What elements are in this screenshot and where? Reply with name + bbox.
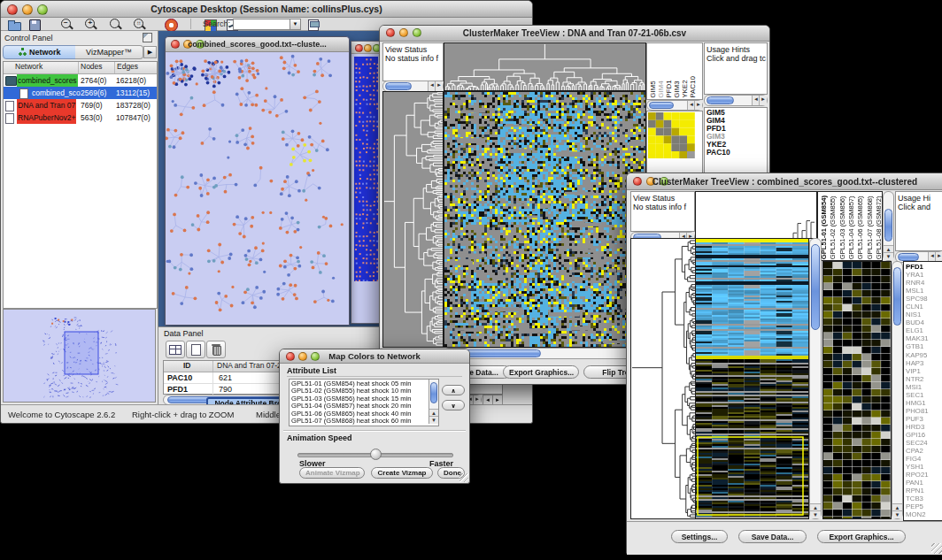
scrollbar-thumb[interactable] [811,244,820,330]
gene-label[interactable]: ELG1 [906,326,942,334]
search-options-icon[interactable] [306,19,321,31]
network-window-title-bar[interactable]: combined_scores_good.txt--cluste... [166,37,349,52]
scrollbar-thumb[interactable] [649,102,674,109]
gene-label[interactable]: MAK31 [906,334,942,342]
row-dendrogram[interactable] [630,238,695,519]
gene-label[interactable]: HRD3 [906,423,942,431]
gene-label[interactable]: BUD4 [906,318,942,326]
export-graphics-button[interactable]: Export Graphics... [503,365,579,379]
network-view-canvas[interactable] [166,52,347,324]
settings-button[interactable]: Settings... [671,530,728,543]
gene-label[interactable]: HAP3 [906,359,942,367]
scroll-arrow-icon[interactable]: ▼ [892,510,902,518]
animate-vizmap-button[interactable]: Animate Vizmap [299,467,365,479]
gene-label[interactable]: VIP1 [906,367,942,375]
scroll-arrow-icon[interactable]: ► [473,395,481,404]
scrollbar-thumb[interactable] [706,96,734,104]
gene-label[interactable]: PAN1 [906,479,942,487]
new-document-icon[interactable] [186,341,205,358]
network-table-row[interactable]: DNA and Tran 07769(0)183728(0) [4,99,157,111]
scroll-arrow-icon[interactable]: ► [435,81,443,91]
open-folder-icon[interactable] [7,19,22,31]
save-icon[interactable] [27,19,42,31]
zoom-heatmap[interactable] [822,261,892,519]
scrollbar-thumb[interactable] [385,82,412,90]
gene-label[interactable]: GIM4 [706,117,768,125]
column-label[interactable]: GPL51-06 (GSM865) [856,195,864,259]
gene-label[interactable]: GPI16 [906,431,942,439]
gene-label[interactable]: HMG1 [906,399,942,407]
column-label[interactable]: PFD1 [665,45,673,98]
gene-label[interactable]: GIM3 [706,133,768,141]
gene-label[interactable]: CLN1 [906,303,942,311]
attribute-list-item[interactable]: GPL51-07 (GSM868) heat shock 60 min [291,418,424,425]
gene-label[interactable]: MSI1 [906,383,942,391]
gene-label[interactable]: NTR2 [906,375,942,383]
gene-label[interactable]: MSL1 [906,287,942,295]
help-lifesaver-icon[interactable] [164,19,179,31]
gene-label[interactable]: TCB3 [906,495,942,502]
resize-grip[interactable] [931,543,942,554]
gene-label[interactable]: FIG4 [906,455,942,463]
column-label[interactable]: GPL51-08 (GSM872) [875,195,883,259]
column-label[interactable]: GPL51-03 (GSM856) [838,195,846,259]
zoom-out-icon[interactable]: − [60,19,75,31]
dialog-title-bar[interactable]: Map Colors to Network [280,349,469,364]
column-label[interactable]: GPL51-07 (GSM868) [866,195,874,259]
scroll-arrow-icon[interactable]: ▼ [810,510,821,518]
gene-label[interactable]: PHO81 [906,407,942,415]
network-overview-panel[interactable] [3,309,156,403]
usage-hints-hscrollbar[interactable]: ◄► [704,95,768,106]
gene-label[interactable]: SEC24 [906,439,942,447]
gene-label[interactable]: PFD1 [706,125,768,133]
move-up-button[interactable]: ∧ [442,385,465,395]
gene-label[interactable]: MON2 [906,510,942,518]
column-labels-vscrollbar[interactable]: ▲▼ [883,191,894,261]
move-down-button[interactable]: ∨ [442,400,465,410]
float-panel-icon[interactable] [143,33,152,42]
zoom-in-icon[interactable]: + [84,19,99,31]
dense-network-view[interactable] [354,57,378,288]
slider-thumb[interactable] [370,449,382,460]
zoom-vscrollbar[interactable]: ▲▼ [892,261,903,519]
global-heatmap[interactable] [444,91,646,348]
search-input[interactable] [233,19,293,30]
gene-label[interactable]: PEP5 [906,502,942,510]
zoom-fit-icon[interactable] [109,19,124,31]
animation-speed-slider[interactable] [297,449,452,459]
gene-label[interactable]: PAC10 [706,149,768,157]
gene-label[interactable]: PUF3 [906,415,942,423]
column-label[interactable]: GIM5 [649,45,657,98]
export-graphics-button[interactable]: Export Graphics... [817,530,906,543]
gene-label[interactable]: YKE2 [706,141,768,149]
create-vizmap-button[interactable]: Create Vizmap [371,467,433,479]
treeview-dna-title-bar[interactable]: ClusterMaker TreeView : DNA and Tran 07-… [380,26,769,42]
scrollbar-thumb[interactable] [893,267,901,326]
treeview-combined-title-bar[interactable]: ClusterMaker TreeView : combined_scores_… [627,173,942,190]
network-table-row[interactable]: combined_scores2764(0)16218(0) [4,74,157,87]
gene-label[interactable]: RPO21 [906,471,942,479]
column-dendrogram[interactable] [444,42,646,91]
gene-label[interactable]: YSH1 [906,463,942,471]
table-view-icon[interactable] [166,341,185,358]
scrollbar-thumb[interactable] [430,382,437,404]
column-label[interactable]: GPL51-02 (GSM855) [829,195,837,259]
main-title-bar[interactable]: Cytoscape Desktop (Session Name: collins… [1,1,532,18]
scrollbar-thumb[interactable] [898,253,919,261]
scrollbar-thumb[interactable] [884,209,892,242]
scroll-arrow-icon[interactable]: ► [759,96,767,105]
gene-label[interactable]: NIS1 [906,311,942,318]
zoom-heatmap[interactable] [648,112,695,158]
gene-label[interactable]: GTB1 [906,342,942,350]
network-overview-thumbnail[interactable] [4,311,154,401]
scroll-arrow-icon[interactable]: ▼ [429,416,438,424]
gene-label[interactable]: RNR4 [906,279,942,287]
gene-label[interactable]: PFD1 [906,263,942,271]
tab-vizmapper[interactable]: VizMapper™ [75,45,143,59]
column-label[interactable]: GPL51-04 (GSM857) [847,195,855,259]
close-icon[interactable] [355,44,363,52]
gene-label[interactable]: CPA2 [906,447,942,455]
minimize-icon[interactable] [364,44,372,52]
network-table-row[interactable]: RNAPuberNov2+563(0)107847(0) [4,111,157,124]
gene-label[interactable]: YRA1 [906,271,942,279]
